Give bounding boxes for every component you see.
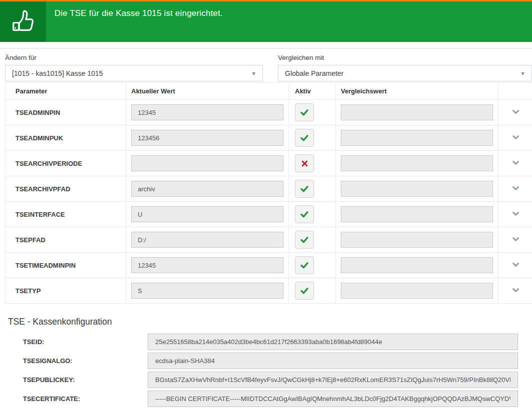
config-row: TSEID: [0,334,532,350]
table-row: TSEARCHIVPERIODE [5,151,532,176]
table-row: TSEADMINPIN [5,100,532,125]
current-value-input[interactable] [131,181,283,197]
active-toggle-button[interactable] [295,256,314,274]
check-icon [299,235,309,245]
table-row: TSETYP [5,278,532,304]
active-toggle-button[interactable] [295,282,314,300]
config-field-label: TSESIGNALGO: [23,357,148,365]
parameter-name: TSETIMEADMINPIN [5,253,126,278]
table-row: TSEINTERFACE [5,202,532,227]
parameter-name: TSEADMINPIN [5,100,126,125]
check-icon [299,107,309,117]
cross-icon [300,159,309,168]
chevron-down-icon [511,108,521,117]
compare-value-input[interactable] [341,232,493,248]
current-value-input[interactable] [131,257,283,273]
dropdown-caret-icon: ▼ [251,70,257,76]
config-section-title: TSE - Kassenkonfiguration [8,317,532,327]
compare-value-input[interactable] [341,104,493,120]
parameter-name: TSETYP [5,278,126,303]
config-field-label: TSEID: [23,338,148,346]
chevron-down-icon [511,133,521,143]
table-row: TSEARCHIVPFAD [5,176,532,202]
chevron-down-icon [511,184,521,194]
active-toggle-button[interactable] [295,231,314,249]
table-row: TSETIMEADMINPIN [5,253,532,278]
config-rows: TSEID: TSESIGNALGO: TSEPUBLICKEY: TSECER… [0,334,532,407]
header-compare-value: Vergleichswert [336,83,499,99]
chevron-down-icon [511,286,521,296]
compare-value-input[interactable] [341,257,493,273]
thumbs-up-icon [9,7,37,37]
compare-value-input[interactable] [341,283,493,299]
compare-value-input[interactable] [341,155,493,171]
expand-row-button[interactable] [511,108,521,117]
current-value-input[interactable] [131,130,283,146]
parameter-name: TSEADMINPUK [5,125,126,150]
check-icon [299,184,309,194]
current-value-input[interactable] [131,104,283,120]
check-icon [299,286,309,296]
config-field-input[interactable] [148,391,518,407]
config-field-label: TSECERTIFICATE: [23,395,148,403]
compare-with-select[interactable]: Globale Parameter ▼ [278,65,532,81]
parameter-name: TSEPFAD [5,227,126,252]
chevron-down-icon [511,235,521,245]
active-toggle-button[interactable] [295,154,314,172]
parameter-name: TSEARCHIVPFAD [5,176,126,201]
check-icon [299,133,309,143]
check-icon [299,260,309,270]
change-for-value: [1015 - kas1015] Kasse 1015 [12,69,103,77]
table-row: TSEADMINPUK [5,125,532,151]
config-row: TSEPUBLICKEY: [0,372,532,388]
compare-with-label: Vergleichen mit [278,54,532,61]
parameter-table: Parameter Aktueller Wert Aktiv Vergleich… [5,82,532,304]
header-parameter: Parameter [5,83,126,99]
config-field-input[interactable] [148,372,518,388]
expand-row-button[interactable] [511,235,521,245]
current-value-input[interactable] [131,283,283,299]
compare-value-input[interactable] [341,130,493,146]
dropdown-caret-icon: ▼ [520,70,526,76]
expand-row-button[interactable] [511,261,521,270]
expand-row-button[interactable] [511,286,521,296]
parameter-name: TSEINTERFACE [5,202,126,227]
header-current-value: Aktueller Wert [126,83,289,99]
active-toggle-button[interactable] [295,180,314,198]
success-banner: Die TSE für die Kasse 1015 ist eingerich… [0,1,532,42]
selection-row: Ändern für [1015 - kas1015] Kasse 1015 ▼… [0,48,532,81]
chevron-down-icon [511,210,521,219]
check-icon [299,209,309,219]
config-field-label: TSEPUBLICKEY: [23,376,148,384]
table-row: TSEPFAD [5,227,532,253]
active-toggle-button[interactable] [295,103,314,121]
compare-with-value: Globale Parameter [285,69,344,77]
active-toggle-button[interactable] [295,129,314,147]
change-for-select[interactable]: [1015 - kas1015] Kasse 1015 ▼ [5,65,263,81]
chevron-down-icon [511,159,521,168]
expand-row-button[interactable] [511,159,521,168]
config-field-input[interactable] [148,334,518,350]
expand-row-button[interactable] [511,210,521,219]
expand-row-button[interactable] [511,184,521,194]
current-value-input[interactable] [131,232,283,248]
parameter-name: TSEARCHIVPERIODE [5,151,126,176]
config-field-input[interactable] [148,353,518,369]
banner-message: Die TSE für die Kasse 1015 ist eingerich… [46,1,223,42]
change-for-label: Ändern für [5,54,263,61]
compare-value-input[interactable] [341,206,493,222]
current-value-input[interactable] [131,206,283,222]
compare-value-input[interactable] [341,181,493,197]
config-row: TSESIGNALGO: [0,353,532,369]
current-value-input[interactable] [131,155,283,171]
table-header-row: Parameter Aktueller Wert Aktiv Vergleich… [5,83,532,100]
expand-row-button[interactable] [511,133,521,143]
banner-icon-box [0,1,46,42]
active-toggle-button[interactable] [295,205,314,223]
config-row: TSECERTIFICATE: [0,391,532,407]
header-active: Aktiv [289,83,336,99]
chevron-down-icon [511,261,521,270]
